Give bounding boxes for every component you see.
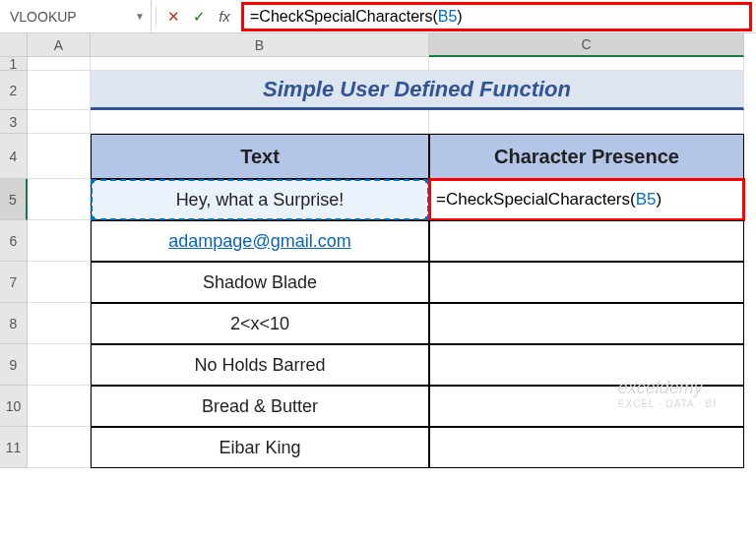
cell-b9[interactable]: No Holds Barred	[91, 344, 429, 386]
enter-button[interactable]: ✓	[186, 4, 212, 30]
cell-a5[interactable]	[28, 179, 91, 220]
sheet-area: 1 2 3 4 5 6 7 8 9 10 11 A B C	[0, 33, 756, 539]
row-header-7[interactable]: 7	[0, 262, 28, 303]
col-header-b[interactable]: B	[91, 33, 429, 57]
column-headers: A B C	[28, 33, 756, 57]
row-header-6[interactable]: 6	[0, 220, 28, 262]
formula-prefix: =CheckSpecialCharacters(	[250, 8, 438, 26]
cell-a8[interactable]	[28, 303, 91, 344]
row-header-2[interactable]: 2	[0, 71, 28, 110]
row-header-5[interactable]: 5	[0, 179, 28, 220]
title-cell[interactable]: Simple User Defined Function	[91, 71, 744, 110]
formula-suffix: )	[457, 8, 462, 26]
row-header-10[interactable]: 10	[0, 386, 28, 427]
cell-b11[interactable]: Eibar King	[91, 427, 429, 468]
cell-c10[interactable]	[429, 386, 744, 427]
cell-c5-prefix: =CheckSpecialCharacters(	[436, 190, 636, 210]
cell-c5-ref: B5	[636, 190, 657, 210]
cell-a1[interactable]	[28, 57, 91, 71]
cancel-button[interactable]: ✕	[160, 4, 186, 30]
cell-b6-text: adampage@gmail.com	[168, 231, 350, 252]
cell-a10[interactable]	[28, 386, 91, 427]
ref-handle-icon	[91, 179, 94, 183]
cell-a3[interactable]	[28, 110, 91, 134]
cell-a2[interactable]	[28, 71, 91, 110]
formula-bar: VLOOKUP ▼ ✕ ✓ fx =CheckSpecialCharacters…	[0, 0, 756, 33]
name-box-container[interactable]: VLOOKUP ▼	[0, 0, 152, 32]
row-header-9[interactable]: 9	[0, 344, 28, 386]
cell-b5[interactable]: Hey, what a Surprise!	[91, 179, 429, 220]
row-header-8[interactable]: 8	[0, 303, 28, 344]
row-header-1[interactable]: 1	[0, 57, 28, 71]
divider	[156, 6, 157, 28]
chevron-down-icon[interactable]: ▼	[135, 11, 145, 22]
cell-c5[interactable]: =CheckSpecialCharacters(B5)	[429, 179, 744, 220]
select-all-corner[interactable]	[0, 33, 28, 57]
cell-c3[interactable]	[429, 110, 744, 134]
cell-b1[interactable]	[91, 57, 429, 71]
row-header-11[interactable]: 11	[0, 427, 28, 468]
formula-ref: B5	[438, 8, 458, 26]
cell-a9[interactable]	[28, 344, 91, 386]
cell-b8[interactable]: 2<x<10	[91, 303, 429, 344]
cell-c1[interactable]	[429, 57, 744, 71]
row-header-3[interactable]: 3	[0, 110, 28, 134]
cell-c6[interactable]	[429, 220, 744, 262]
header-text[interactable]: Text	[91, 134, 429, 179]
cell-b3[interactable]	[91, 110, 429, 134]
cell-c8[interactable]	[429, 303, 744, 344]
cell-c11[interactable]	[429, 427, 744, 468]
cell-a7[interactable]	[28, 262, 91, 303]
cell-a4[interactable]	[28, 134, 91, 179]
header-presence[interactable]: Character Presence	[429, 134, 744, 179]
fx-button[interactable]: fx	[212, 4, 237, 30]
col-header-c[interactable]: C	[429, 33, 744, 57]
cell-b6[interactable]: adampage@gmail.com	[91, 220, 429, 262]
cell-b7[interactable]: Shadow Blade	[91, 262, 429, 303]
cell-a6[interactable]	[28, 220, 91, 262]
row-header-4[interactable]: 4	[0, 134, 28, 179]
cell-a11[interactable]	[28, 427, 91, 468]
formula-input[interactable]: =CheckSpecialCharacters(B5)	[241, 2, 752, 31]
name-box: VLOOKUP	[10, 9, 131, 25]
cell-c9[interactable]	[429, 344, 744, 386]
col-header-a[interactable]: A	[28, 33, 91, 57]
grid: Simple User Defined Function Text Charac…	[28, 57, 756, 468]
cell-b5-text: Hey, what a Surprise!	[176, 190, 345, 210]
cell-b10[interactable]: Bread & Butter	[91, 386, 429, 427]
cell-c7[interactable]	[429, 262, 744, 303]
row-headers: 1 2 3 4 5 6 7 8 9 10 11	[0, 57, 28, 468]
cell-c5-suffix: )	[656, 190, 662, 210]
